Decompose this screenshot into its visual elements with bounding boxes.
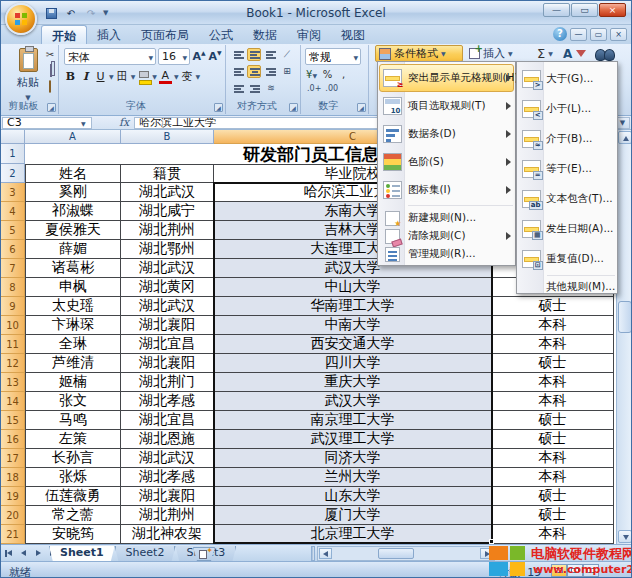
workbook-minimize-button[interactable]: —: [570, 28, 587, 41]
cell-B18[interactable]: 湖北孝感: [121, 468, 214, 487]
cell-D13[interactable]: 本科: [492, 373, 614, 392]
row-header-9[interactable]: 9: [1, 297, 25, 316]
redo-icon[interactable]: ↷: [83, 6, 99, 21]
align-center-button[interactable]: [247, 65, 261, 78]
normal-view-button[interactable]: [551, 564, 567, 577]
number-format-select[interactable]: 常规▼: [305, 48, 361, 65]
menu-item-new-rule[interactable]: ★新建规则(N)...: [378, 209, 515, 227]
column-header-A[interactable]: A: [25, 130, 121, 144]
cell-D18[interactable]: 本科: [492, 468, 614, 487]
horizontal-scrollbar[interactable]: [317, 546, 495, 561]
font-name-select[interactable]: 宋体▼: [64, 48, 156, 65]
format-painter-icon[interactable]: [43, 81, 57, 94]
cell-D17[interactable]: 本科: [492, 449, 614, 468]
cell-B14[interactable]: 湖北孝感: [121, 392, 214, 411]
cell-D9[interactable]: 硕士: [492, 297, 614, 316]
column-header-B[interactable]: B: [121, 130, 214, 144]
cell-B12[interactable]: 湖北襄阳: [121, 354, 214, 373]
cell-A19[interactable]: 伍莲薇勇: [25, 487, 121, 506]
cell-D19[interactable]: 硕士: [492, 487, 614, 506]
minimize-button[interactable]: —: [543, 3, 570, 17]
cell-A17[interactable]: 长孙言: [25, 449, 121, 468]
ribbon-tab-home[interactable]: 开始: [41, 25, 87, 44]
row-header-11[interactable]: 11: [1, 335, 25, 354]
fx-icon[interactable]: fx: [119, 116, 129, 129]
cell-A9[interactable]: 太史瑶: [25, 297, 121, 316]
row-header-6[interactable]: 6: [1, 240, 25, 259]
cell-A16[interactable]: 左策: [25, 430, 121, 449]
conditional-formatting-button[interactable]: 条件格式 ▼: [375, 45, 463, 62]
menu-item-data-bars[interactable]: 数据条(D): [378, 120, 515, 148]
borders-button[interactable]: 田: [116, 69, 129, 85]
font-color-caret-icon[interactable]: ▼: [174, 73, 179, 80]
row-header-1[interactable]: 1: [1, 144, 25, 164]
cell-D14[interactable]: 本科: [492, 392, 614, 411]
clipboard-dialog-launcher[interactable]: ◢: [47, 103, 56, 112]
ribbon-tab-formulas[interactable]: 公式: [199, 25, 243, 44]
save-icon[interactable]: [43, 6, 59, 21]
cell-D21[interactable]: 本科: [492, 525, 614, 544]
cell-C16[interactable]: 武汉理工大学: [214, 430, 492, 449]
cell-D12[interactable]: 硕士: [492, 354, 614, 373]
scroll-up-icon[interactable]: [618, 131, 632, 144]
number-dialog-launcher[interactable]: ◢: [357, 103, 366, 112]
workbook-close-button[interactable]: ×: [610, 28, 627, 41]
align-right-button[interactable]: [263, 65, 277, 78]
fill-color-button[interactable]: [137, 69, 150, 85]
increase-indent-button[interactable]: [247, 82, 261, 95]
cell-D11[interactable]: 本科: [492, 335, 614, 354]
tab-split-handle[interactable]: [311, 546, 315, 561]
autosum-button[interactable]: Σ ▼: [537, 45, 553, 62]
alignment-dialog-launcher[interactable]: ◢: [289, 103, 298, 112]
row-header-5[interactable]: 5: [1, 221, 25, 240]
cell-C20[interactable]: 厦门大学: [214, 506, 492, 525]
cell-B10[interactable]: 湖北襄阳: [121, 316, 214, 335]
cell-C12[interactable]: 四川大学: [214, 354, 492, 373]
cell-C15[interactable]: 南京理工大学: [214, 411, 492, 430]
cell-B8[interactable]: 湖北黄冈: [121, 278, 214, 297]
next-sheet-icon[interactable]: [32, 547, 44, 559]
vertical-scrollbar[interactable]: [616, 130, 632, 544]
cell-B7[interactable]: 湖北武汉: [121, 259, 214, 278]
cell-B13[interactable]: 湖北荆门: [121, 373, 214, 392]
sheet-tab-sheet1[interactable]: Sheet1: [49, 546, 115, 562]
align-left-button[interactable]: [231, 65, 245, 78]
font-color-button[interactable]: A: [159, 70, 172, 84]
italic-button[interactable]: I: [79, 69, 92, 85]
ribbon-tab-insert[interactable]: 插入: [87, 25, 131, 44]
cell-B6[interactable]: 湖北鄂州: [121, 240, 214, 259]
row-header-13[interactable]: 13: [1, 373, 25, 392]
cell-C17[interactable]: 同济大学: [214, 449, 492, 468]
cell-C21[interactable]: 北京理工大学: [214, 525, 492, 544]
cell-A10[interactable]: 卞琳琛: [25, 316, 121, 335]
cell-D10[interactable]: 本科: [492, 316, 614, 335]
cell-C18[interactable]: 兰州大学: [214, 468, 492, 487]
cell-D16[interactable]: 硕士: [492, 430, 614, 449]
row-header-20[interactable]: 20: [1, 506, 25, 525]
decrease-indent-button[interactable]: [231, 82, 245, 95]
cell-B2[interactable]: 籍贯: [121, 164, 214, 183]
submenu-item-more-rules[interactable]: 其他规则(M)...: [517, 279, 617, 295]
page-break-view-button[interactable]: [583, 564, 599, 577]
qat-customize-caret-icon[interactable]: ▼: [103, 9, 108, 17]
currency-format-button[interactable]: ¥▼: [305, 68, 318, 83]
row-header-3[interactable]: 3: [1, 183, 25, 202]
cell-B20[interactable]: 湖北荆州: [121, 506, 214, 525]
cell-C11[interactable]: 西安交通大学: [214, 335, 492, 354]
ribbon-tab-review[interactable]: 审阅: [287, 25, 331, 44]
font-dialog-launcher[interactable]: ◢: [214, 103, 223, 112]
scroll-down-icon[interactable]: [618, 530, 632, 543]
row-header-15[interactable]: 15: [1, 411, 25, 430]
fill-color-caret-icon[interactable]: ▼: [152, 73, 157, 80]
shrink-font-button[interactable]: A▼: [207, 48, 223, 65]
cell-C19[interactable]: 山东大学: [214, 487, 492, 506]
cut-icon[interactable]: ✂: [43, 49, 57, 62]
cell-B9[interactable]: 湖北武汉: [121, 297, 214, 316]
row-header-18[interactable]: 18: [1, 468, 25, 487]
menu-item-highlight-cells-rules[interactable]: ≥突出显示单元格规则(H): [378, 64, 515, 92]
menu-item-manage-rules[interactable]: 管理规则(R)...: [378, 245, 515, 263]
row-header-4[interactable]: 4: [1, 202, 25, 221]
ribbon-tab-page-layout[interactable]: 页面布局: [131, 25, 199, 44]
borders-caret-icon[interactable]: ▼: [131, 73, 136, 80]
merge-center-button[interactable]: ⊞: [279, 65, 295, 78]
